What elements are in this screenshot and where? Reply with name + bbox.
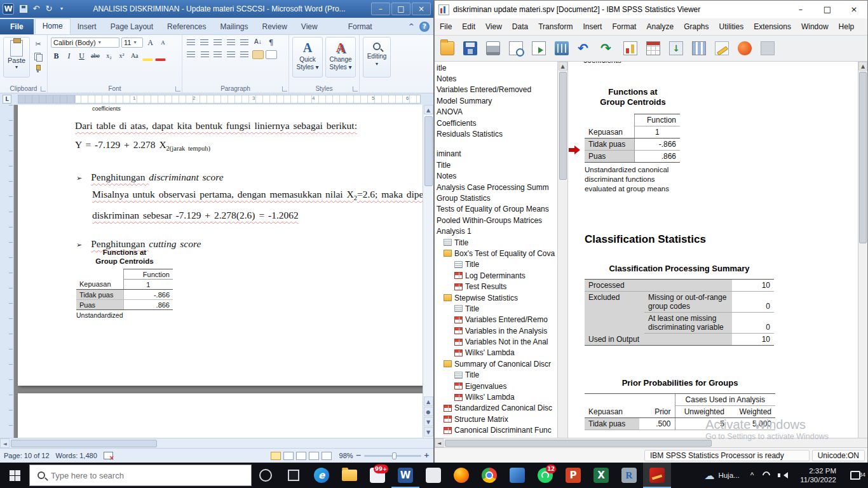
outline-item[interactable]: Tests of Equality of Group Means xyxy=(435,204,557,215)
powerpoint-icon[interactable] xyxy=(559,463,587,488)
outline-item[interactable]: Title xyxy=(435,159,557,170)
word-titlebar[interactable]: ANALISIS DISKRIMINAN - Update materi SCS… xyxy=(0,0,433,18)
web-layout-view-icon[interactable] xyxy=(296,452,306,460)
variables-icon[interactable] xyxy=(689,38,709,58)
subscript-button[interactable] xyxy=(104,50,114,61)
tab-review[interactable]: Review xyxy=(255,20,294,34)
file-explorer-icon[interactable] xyxy=(336,463,363,488)
goto-case-icon[interactable] xyxy=(620,38,641,58)
zoom-slider[interactable] xyxy=(364,455,421,457)
show-marks-icon[interactable] xyxy=(266,38,277,47)
outline-item[interactable]: Wilks' Lambda xyxy=(435,348,557,358)
bold-button[interactable] xyxy=(51,50,62,61)
outline-item[interactable]: Title xyxy=(435,303,557,314)
scroll-up-icon[interactable] xyxy=(858,62,867,71)
previous-page-icon[interactable] xyxy=(424,396,433,406)
outline-item[interactable]: Variables in the Analysis xyxy=(435,325,557,336)
outline-item[interactable]: Summary of Canonical Discr xyxy=(435,358,557,369)
export-icon[interactable] xyxy=(529,38,549,58)
outline-item[interactable]: itle xyxy=(435,62,557,73)
outline-item[interactable]: Group Statistics xyxy=(435,193,557,203)
document-page[interactable]: coefficients Dari table di atas, dapat k… xyxy=(18,105,433,386)
quick-styles-button[interactable]: QuickStyles ▾ xyxy=(292,37,323,78)
recall-dialogs-icon[interactable] xyxy=(552,38,572,58)
outline-item[interactable]: Notes xyxy=(435,73,557,84)
hscrollbar-thumb[interactable] xyxy=(445,440,712,447)
menu-view[interactable]: View xyxy=(480,19,507,34)
align-right-icon[interactable] xyxy=(212,50,224,59)
cut-icon[interactable] xyxy=(32,39,44,50)
excel-icon[interactable] xyxy=(587,463,615,488)
outline-item[interactable]: Canonical Discriminant Func xyxy=(435,425,557,436)
menu-transform[interactable]: Transform xyxy=(533,19,578,34)
outline-item[interactable]: Title xyxy=(435,237,557,248)
copy-icon[interactable] xyxy=(32,51,44,62)
shading-icon[interactable] xyxy=(252,50,264,59)
scroll-left-icon[interactable] xyxy=(0,438,10,448)
vertical-ruler[interactable] xyxy=(0,105,14,438)
scrollbar-thumb[interactable] xyxy=(859,72,867,243)
font-name-select[interactable]: Calibri (Body) xyxy=(51,37,119,48)
centroids-output[interactable]: Functions atGroup Centroids Function Kep… xyxy=(585,87,681,194)
outline-item[interactable]: Title xyxy=(435,370,557,381)
save-icon[interactable] xyxy=(460,38,480,58)
spss-taskbar-icon[interactable] xyxy=(643,463,671,488)
numbering-icon[interactable] xyxy=(199,38,210,47)
scroll-up-icon[interactable] xyxy=(559,62,567,71)
font-color-button[interactable] xyxy=(155,50,166,61)
scrollbar-thumb[interactable] xyxy=(424,116,433,186)
scrollbar-thumb[interactable] xyxy=(559,72,567,180)
tab-insert[interactable]: Insert xyxy=(71,20,104,34)
spss-minimize-button[interactable] xyxy=(787,1,814,18)
outline-item[interactable]: Variables Not in the Anal xyxy=(435,336,557,347)
outline-item[interactable]: Residuals Statistics xyxy=(435,128,557,139)
export-viewer-icon[interactable] xyxy=(735,38,755,58)
bullets-icon[interactable] xyxy=(186,38,197,47)
minimize-ribbon-icon[interactable] xyxy=(409,22,414,31)
outline-item[interactable]: Analysis 1 xyxy=(435,226,557,236)
font-size-select[interactable]: 11 xyxy=(121,37,143,48)
change-case-button[interactable] xyxy=(129,50,140,61)
outline-item[interactable]: Standardized Canonical Disc xyxy=(435,403,557,414)
menu-graphs[interactable]: Graphs xyxy=(679,19,714,34)
outline-item[interactable]: Pooled Within-Groups Matrices xyxy=(435,215,557,226)
line-spacing-icon[interactable] xyxy=(239,50,250,59)
outline-scrollbar[interactable] xyxy=(558,62,568,438)
outline-item[interactable]: Test Results xyxy=(435,281,557,292)
minimize-button[interactable] xyxy=(371,3,390,15)
spss-close-button[interactable] xyxy=(841,1,867,18)
goto-variable-icon[interactable] xyxy=(643,38,663,58)
strikethrough-button[interactable] xyxy=(89,50,102,61)
menu-extensions[interactable]: Extensions xyxy=(749,19,796,34)
edge-icon[interactable] xyxy=(308,463,336,488)
task-view-icon[interactable] xyxy=(280,463,308,488)
page-indicator[interactable]: Page: 10 of 12 xyxy=(4,452,50,459)
action-center-icon[interactable]: 34 xyxy=(843,471,868,480)
paste-button[interactable]: Paste xyxy=(3,37,30,78)
menu-help[interactable]: Help xyxy=(834,19,860,34)
customize-quick-access-icon[interactable] xyxy=(56,3,67,15)
styles-dialog-launcher[interactable] xyxy=(353,86,358,92)
outline-item[interactable]: Wilks' Lambda xyxy=(435,391,557,402)
outline-item[interactable]: Analysis Case Processing Summ xyxy=(435,182,557,193)
tab-view[interactable]: View xyxy=(294,20,325,34)
outline-item[interactable]: Eigenvalues xyxy=(435,381,557,391)
tab-stop-selector[interactable] xyxy=(3,95,11,104)
outline-item[interactable]: Log Determinants xyxy=(435,270,557,281)
content-scrollbar[interactable] xyxy=(858,62,867,438)
draft-view-icon[interactable] xyxy=(322,452,332,460)
format-painter-icon[interactable] xyxy=(32,64,44,74)
align-left-icon[interactable] xyxy=(186,50,197,59)
maximize-button[interactable] xyxy=(391,3,410,15)
fullscreen-view-icon[interactable] xyxy=(283,452,294,460)
cortana-icon[interactable] xyxy=(252,463,280,488)
vertical-scrollbar[interactable] xyxy=(423,105,433,438)
insert-icon[interactable] xyxy=(666,38,686,58)
superscript-button[interactable] xyxy=(116,50,127,61)
scroll-up-icon[interactable] xyxy=(424,105,433,114)
document-area[interactable]: coefficients Dari table di atas, dapat k… xyxy=(0,105,433,438)
designate-window-icon[interactable] xyxy=(757,38,778,58)
spss-titlebar[interactable]: diskriminan update materi.spv [Document2… xyxy=(435,1,867,18)
outline-item[interactable]: Variables Entered/Removed xyxy=(435,85,557,95)
output-pane[interactable]: coefficients Functions atGroup Centroids… xyxy=(568,62,858,438)
